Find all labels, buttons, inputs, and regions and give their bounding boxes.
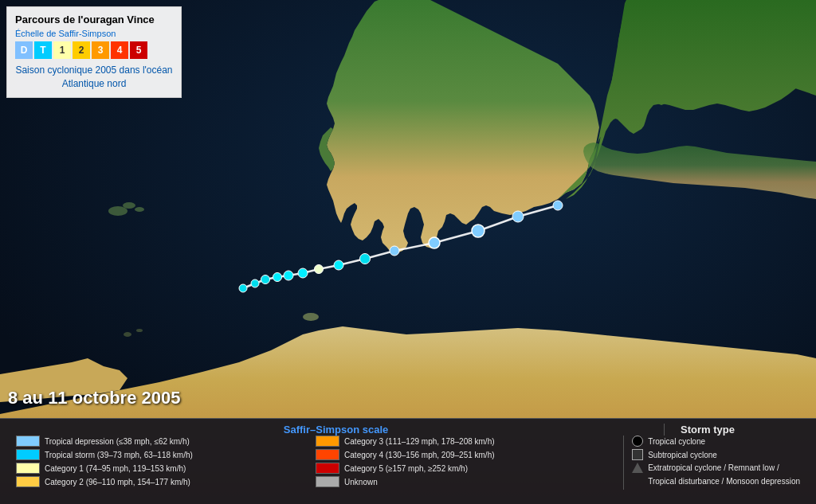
icon-spacer xyxy=(632,475,643,486)
svg-point-2 xyxy=(123,202,135,209)
legend-item: Category 2 (96–110 mph, 154–177 km/h) xyxy=(16,476,316,487)
legend-swatch xyxy=(316,449,339,460)
legend-item-text: Category 5 (≥157 mph, ≥252 km/h) xyxy=(344,464,468,473)
square-icon xyxy=(632,449,643,460)
legend-right-col: Category 3 (111–129 mph, 178–208 km/h)Ca… xyxy=(316,436,615,490)
svg-point-18 xyxy=(284,271,293,280)
legend-swatch xyxy=(16,436,40,447)
date-label: 8 au 11 octobre 2005 xyxy=(8,388,180,408)
storm-type-text: Extratropical cyclone / Remnant low / xyxy=(648,463,779,472)
svg-point-17 xyxy=(273,273,282,282)
storm-type-text: Tropical cyclone xyxy=(648,437,705,446)
svg-point-4 xyxy=(303,313,319,321)
svg-point-3 xyxy=(135,207,144,212)
legend-item-text: Unknown xyxy=(344,478,378,486)
svg-point-13 xyxy=(136,329,143,332)
map-container: Parcours de l'ouragan Vince Échelle de S… xyxy=(0,0,816,504)
svg-point-24 xyxy=(429,237,440,248)
svg-point-15 xyxy=(251,279,259,287)
legend-item: Unknown xyxy=(316,476,615,487)
legend-swatch xyxy=(316,436,339,447)
svg-point-23 xyxy=(390,246,399,256)
storm-type-text: Subtropical cyclone xyxy=(648,451,717,459)
legend-swatch xyxy=(316,463,339,474)
bottom-legend: Saffir–Simpson scale Storm type Tropical… xyxy=(0,418,816,504)
legend-topleft: Parcours de l'ouragan Vince Échelle de S… xyxy=(6,6,182,98)
svg-point-27 xyxy=(553,201,563,210)
legend-item-text: Tropical depression (≤38 mph, ≤62 km/h) xyxy=(45,437,190,446)
storm-type-item: Subtropical cyclone xyxy=(632,449,800,460)
legend-swatch xyxy=(316,476,339,487)
legend-item: Tropical depression (≤38 mph, ≤62 km/h) xyxy=(16,436,316,447)
svg-point-12 xyxy=(124,332,131,337)
svg-point-26 xyxy=(512,211,524,222)
circle-icon xyxy=(632,436,643,447)
storm-type-text: Tropical disturbance / Monsoon depressio… xyxy=(648,477,800,486)
saffir-box-3: 3 xyxy=(92,41,109,59)
svg-point-22 xyxy=(360,254,371,264)
saffir-box-2: 2 xyxy=(73,41,90,59)
legend-item: Tropical storm (39–73 mph, 63–118 km/h) xyxy=(16,449,316,460)
saffir-box-1: 1 xyxy=(53,41,71,59)
bottom-legend-content: Tropical depression (≤38 mph, ≤62 km/h)T… xyxy=(16,436,800,490)
legend-item-text: Category 3 (111–129 mph, 178–208 km/h) xyxy=(344,437,494,446)
legend-item: Category 1 (74–95 mph, 119–153 km/h) xyxy=(16,463,316,474)
storm-type-item: Tropical disturbance / Monsoon depressio… xyxy=(632,475,800,486)
legend-item-text: Category 4 (130–156 mph, 209–251 km/h) xyxy=(344,451,494,459)
legend-swatch xyxy=(16,476,40,487)
svg-point-21 xyxy=(334,260,343,270)
saffir-box-D: D xyxy=(15,41,33,59)
saffir-box-4: 4 xyxy=(111,41,128,59)
legend-divider xyxy=(623,436,624,490)
triangle-icon xyxy=(632,463,643,473)
legend-item: Category 3 (111–129 mph, 178–208 km/h) xyxy=(316,436,615,447)
storm-type-title: Storm type xyxy=(673,424,800,436)
storm-type-item: Tropical cyclone xyxy=(632,436,800,447)
legend-swatch xyxy=(16,463,40,474)
svg-point-25 xyxy=(472,225,484,237)
svg-point-20 xyxy=(315,265,324,274)
bottom-legend-header: Saffir–Simpson scale Storm type xyxy=(16,424,800,436)
legend-item-text: Category 1 (74–95 mph, 119–153 km/h) xyxy=(45,464,186,473)
legend-left-col: Tropical depression (≤38 mph, ≤62 km/h)T… xyxy=(16,436,316,490)
saffir-box-T: T xyxy=(34,41,52,59)
legend-item: Category 4 (130–156 mph, 209–251 km/h) xyxy=(316,449,615,460)
legend-item-text: Tropical storm (39–73 mph, 63–118 km/h) xyxy=(45,451,193,459)
storm-type-item: Extratropical cyclone / Remnant low / xyxy=(632,463,800,473)
season-text: Saison cyclonique 2005 dans l'océanAtlan… xyxy=(15,64,173,91)
legend-swatch xyxy=(16,449,40,460)
saffir-box-5: 5 xyxy=(130,41,147,59)
storm-type-col: Tropical cycloneSubtropical cycloneExtra… xyxy=(632,436,800,490)
svg-point-14 xyxy=(239,284,247,292)
legend-title: Parcours de l'ouragan Vince xyxy=(15,14,173,25)
svg-point-19 xyxy=(298,268,308,278)
legend-item: Category 5 (≥157 mph, ≥252 km/h) xyxy=(316,463,615,474)
saffir-legend-title: Saffir–Simpson scale xyxy=(16,424,656,436)
legend-item-text: Category 2 (96–110 mph, 154–177 km/h) xyxy=(45,478,190,486)
svg-point-16 xyxy=(261,275,270,284)
saffir-boxes: DT12345 xyxy=(15,41,173,59)
scale-label: Échelle de Saffir-Simpson xyxy=(15,29,173,38)
